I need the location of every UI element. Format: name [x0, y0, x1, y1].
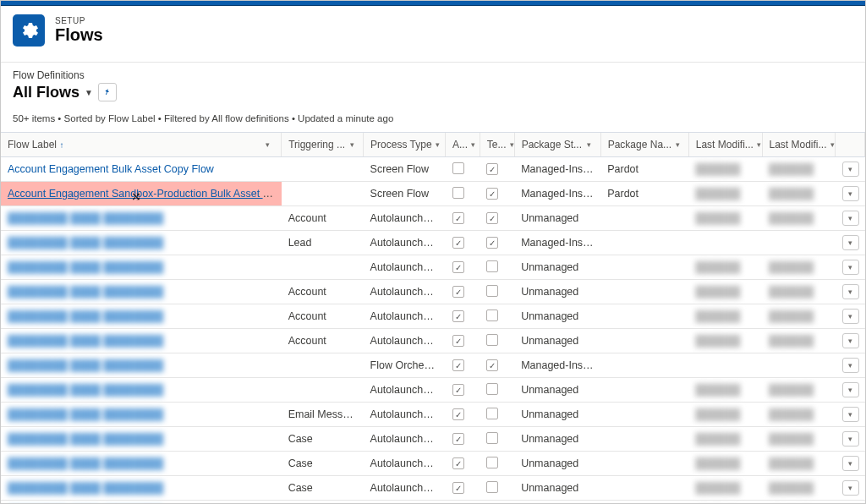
col-actions	[836, 133, 865, 157]
cell-last-modified-by: ██████	[688, 403, 762, 427]
cell-package-name	[600, 206, 688, 231]
checkbox-icon	[452, 335, 464, 347]
cell-active	[446, 182, 480, 206]
col-active[interactable]: A...▾	[446, 133, 480, 157]
flow-link[interactable]: ████████ ████ ████████	[8, 335, 163, 347]
col-triggering[interactable]: Triggering ...▾	[282, 133, 364, 157]
cell-triggering: Account	[282, 206, 364, 231]
row-actions-button[interactable]: ▾	[842, 235, 859, 250]
flow-link[interactable]: Account Engagement Sandbox-Production Bu…	[8, 188, 282, 200]
cell-process-type: Autolaunched F...	[364, 206, 446, 231]
row-actions-button[interactable]: ▾	[842, 480, 859, 496]
row-actions-button[interactable]: ▾	[842, 407, 859, 422]
listview-title[interactable]: All Flows	[13, 84, 79, 101]
cell-active	[446, 452, 480, 476]
cell-template	[480, 304, 514, 329]
cell-package-state: Unmanaged	[514, 427, 600, 452]
cell-process-type: Autolaunched F...	[364, 403, 446, 427]
row-actions-button[interactable]: ▾	[842, 211, 859, 226]
column-menu-icon[interactable]: ▾	[510, 138, 514, 151]
column-menu-icon[interactable]: ▾	[830, 138, 835, 151]
col-last-modified-by[interactable]: Last Modifi...▾	[688, 133, 762, 157]
cell-last-modified-by: ██████	[688, 501, 762, 505]
flow-link[interactable]: ████████ ████ ████████	[8, 433, 163, 445]
cell-last-modified-date: ██████	[762, 157, 836, 182]
cell-actions: ▾	[836, 255, 865, 280]
flow-link[interactable]: ████████ ████ ████████	[8, 384, 163, 396]
cell-process-type: Autolaunched F...	[364, 476, 446, 501]
cell-triggering: Email Message	[282, 403, 364, 427]
col-process-type[interactable]: Process Type▾	[364, 133, 446, 157]
row-actions-button[interactable]: ▾	[842, 162, 859, 177]
cell-triggering: Case	[282, 476, 364, 501]
flow-link[interactable]: ████████ ████ ████████	[8, 310, 163, 322]
cell-triggering: Case	[282, 452, 364, 476]
cell-last-modified-date: ██████	[762, 280, 836, 304]
column-menu-icon[interactable]: ▾	[436, 138, 440, 151]
flow-link[interactable]: ████████ ████ ████████	[8, 212, 163, 224]
cell-last-modified-date	[762, 353, 836, 378]
row-actions-button[interactable]: ▾	[842, 382, 859, 397]
checkbox-icon	[452, 457, 464, 469]
flow-link[interactable]: ████████ ████ ████████	[8, 482, 163, 494]
table-row: ████████ ████ ████████CaseAutolaunched F…	[1, 476, 865, 501]
table-row: ████████ ████ ████████LeadAutolaunched F…	[1, 231, 865, 255]
column-menu-icon[interactable]: ▾	[675, 138, 682, 151]
cell-package-state: Unmanaged	[514, 206, 600, 231]
flow-link[interactable]: ████████ ████ ████████	[8, 457, 163, 469]
col-template[interactable]: Te...▾	[480, 133, 514, 157]
cell-process-type: Autolaunched F...	[364, 255, 446, 280]
column-menu-icon[interactable]: ▾	[585, 138, 594, 151]
row-actions-button[interactable]: ▾	[842, 431, 859, 446]
cell-template	[480, 476, 514, 501]
cell-active	[446, 476, 480, 501]
cell-actions: ▾	[836, 304, 865, 329]
cell-template	[480, 329, 514, 353]
cell-last-modified-by: ██████	[688, 157, 762, 182]
cell-process-type: Autolaunched F...	[364, 427, 446, 452]
cell-package-state: Managed-Instal...	[514, 182, 600, 206]
chevron-down-icon[interactable]: ▼	[85, 88, 93, 97]
cell-package-state: Unmanaged	[514, 329, 600, 353]
row-actions-button[interactable]: ▾	[842, 284, 859, 299]
pin-listview-button[interactable]	[98, 83, 117, 101]
flow-link[interactable]: ████████ ████ ████████	[8, 408, 163, 420]
row-actions-button[interactable]: ▾	[842, 456, 859, 471]
row-actions-button[interactable]: ▾	[842, 186, 859, 201]
column-menu-icon[interactable]: ▾	[260, 138, 274, 151]
column-menu-icon[interactable]: ▾	[471, 138, 475, 151]
cell-package-name	[600, 403, 688, 427]
table-row: ████████ ████ ████████Online Digital P..…	[1, 501, 865, 505]
flow-link[interactable]: ████████ ████ ████████	[8, 237, 163, 249]
cell-actions: ▾	[836, 501, 865, 505]
flow-link[interactable]: Account Engagement Bulk Asset Copy Flow	[8, 163, 214, 175]
table-row: ████████ ████ ████████AccountAutolaunche…	[1, 280, 865, 304]
cell-package-name	[600, 427, 688, 452]
cell-actions: ▾	[836, 353, 865, 378]
cell-template	[480, 378, 514, 403]
cell-package-state: Managed-Instal...	[514, 157, 600, 182]
cell-template	[480, 353, 514, 378]
flow-link[interactable]: ████████ ████ ████████	[8, 359, 163, 371]
cell-triggering	[282, 353, 364, 378]
col-package-name[interactable]: Package Na...▾	[600, 133, 688, 157]
flow-link[interactable]: ████████ ████ ████████	[8, 286, 163, 298]
row-actions-button[interactable]: ▾	[842, 333, 859, 348]
col-last-modified-date[interactable]: Last Modifi...▾	[762, 133, 836, 157]
column-menu-icon[interactable]: ▾	[757, 138, 761, 151]
table-row: ████████ ████ ████████AccountAutolaunche…	[1, 206, 865, 231]
col-package-state[interactable]: Package St...▾	[514, 133, 600, 157]
table-row: ████████ ████ ████████CaseAutolaunched F…	[1, 452, 865, 476]
row-actions-button[interactable]: ▾	[842, 358, 859, 373]
cell-last-modified-by	[688, 353, 762, 378]
cell-active	[446, 329, 480, 353]
cell-active	[446, 206, 480, 231]
row-actions-button[interactable]: ▾	[842, 309, 859, 324]
checkbox-icon	[486, 481, 498, 493]
column-menu-icon[interactable]: ▾	[348, 138, 356, 151]
table-row: ████████ ████ ████████Autolaunched F...U…	[1, 255, 865, 280]
flow-link[interactable]: ████████ ████ ████████	[8, 261, 163, 273]
col-flow-label[interactable]: Flow Label ↑▾	[1, 133, 282, 157]
row-actions-button[interactable]: ▾	[842, 260, 859, 275]
cell-package-name	[600, 304, 688, 329]
